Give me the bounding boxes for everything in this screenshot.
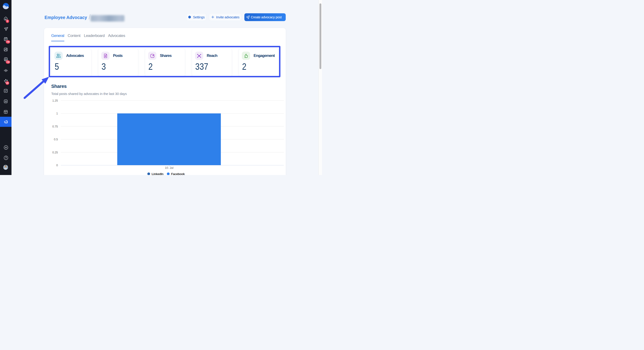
svg-text:0.25: 0.25 bbox=[52, 151, 58, 154]
svg-text:0.75: 0.75 bbox=[52, 125, 58, 128]
svg-text:LinkedIn: LinkedIn bbox=[152, 172, 164, 175]
svg-text:1: 1 bbox=[56, 112, 58, 115]
svg-text:0: 0 bbox=[56, 164, 58, 167]
svg-text:0.5: 0.5 bbox=[54, 138, 58, 141]
svg-text:Facebook: Facebook bbox=[171, 172, 185, 175]
svg-text:10. Jul: 10. Jul bbox=[165, 166, 174, 170]
svg-text:1.25: 1.25 bbox=[52, 99, 58, 102]
